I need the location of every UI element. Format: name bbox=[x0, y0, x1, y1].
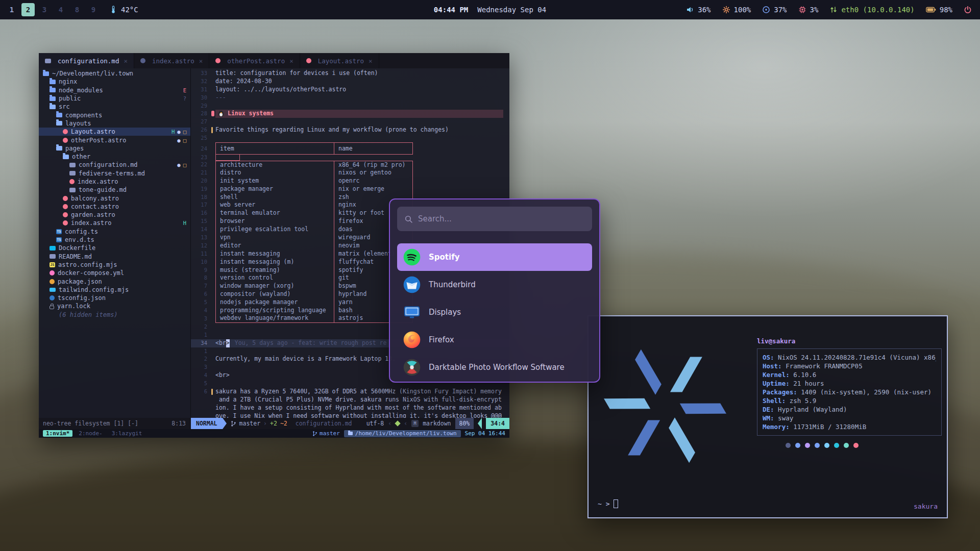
workspace-button[interactable]: 1 bbox=[5, 3, 18, 16]
close-tab-icon[interactable]: × bbox=[289, 57, 293, 65]
tmux-window[interactable]: 1:nvim* bbox=[43, 430, 72, 437]
launcher-item[interactable]: Darktable Photo Workflow Software bbox=[397, 354, 592, 381]
buffer-line[interactable]: 19package managernix or emerge bbox=[191, 185, 509, 193]
tree-item[interactable]: tsconfig.json bbox=[39, 294, 190, 302]
tree-item[interactable]: components bbox=[39, 111, 190, 119]
tree-item[interactable]: configuration.md●□ bbox=[39, 161, 190, 169]
search-input[interactable] bbox=[418, 214, 585, 223]
launcher-item[interactable]: Spotify bbox=[397, 243, 592, 271]
tree-item[interactable]: env.d.ts bbox=[39, 236, 190, 244]
buffer-line[interactable]: ove. I use Nix when I need software with… bbox=[191, 412, 509, 418]
tree-item[interactable]: tone-guide.md bbox=[39, 186, 190, 194]
line-number: 19 bbox=[191, 185, 211, 193]
tree-item[interactable]: index.astro bbox=[39, 178, 190, 186]
buffer-line[interactable]: 23 bbox=[191, 155, 509, 161]
power-button[interactable] bbox=[964, 6, 972, 14]
folder-icon bbox=[56, 113, 62, 117]
fetch-info-line: DE: Hyprland (Wayland) bbox=[763, 405, 936, 414]
launcher-item[interactable]: Firefox bbox=[397, 326, 592, 354]
tree-item[interactable]: docker-compose.yml bbox=[39, 269, 190, 277]
tree-item[interactable]: layouts bbox=[39, 119, 190, 128]
editor-tab[interactable]: configuration.md× bbox=[39, 53, 134, 68]
buffer-line[interactable]: 6sakura has a Ryzen 5 7640U, 32GB of DDR… bbox=[191, 388, 509, 396]
launcher-item[interactable]: Displays bbox=[397, 298, 592, 326]
buffer-line[interactable]: 28Linux systems bbox=[191, 110, 509, 118]
launcher-item[interactable]: Thunderbird bbox=[397, 271, 592, 298]
tree-item[interactable]: Layout.astroH●□ bbox=[39, 128, 190, 136]
volume-module[interactable]: 36% bbox=[686, 6, 710, 14]
editor-tab[interactable]: index.astro× bbox=[134, 53, 209, 68]
tree-item[interactable]: contact.astro bbox=[39, 203, 190, 211]
tree-item[interactable]: ~/Development/liv.town bbox=[39, 69, 190, 78]
buffer-line[interactable]: 26Favorite things regarding Linux and my… bbox=[191, 126, 509, 134]
json-icon bbox=[50, 279, 55, 284]
line-number: 2 bbox=[191, 355, 211, 363]
close-tab-icon[interactable]: × bbox=[369, 57, 373, 65]
tree-item[interactable]: balcony.astro bbox=[39, 194, 190, 202]
line-number: 1 bbox=[191, 347, 211, 356]
table-cell: editor bbox=[215, 242, 334, 250]
tree-item[interactable]: config.ts bbox=[39, 228, 190, 236]
tree-item[interactable]: index.astroH bbox=[39, 219, 190, 227]
tree-item[interactable]: fediverse-terms.md bbox=[39, 169, 190, 178]
shell-prompt[interactable]: ~ > bbox=[598, 499, 618, 508]
tree-item-label: tone-guide.md bbox=[79, 186, 127, 193]
displays-icon bbox=[403, 304, 421, 321]
workspace-button[interactable]: 4 bbox=[54, 3, 67, 16]
table-cell: compositor (wayland) bbox=[215, 290, 334, 298]
workspace-button[interactable]: 9 bbox=[87, 3, 100, 16]
search-box[interactable] bbox=[397, 207, 592, 231]
buffer-line[interactable]: 32date: 2024-08-30 bbox=[191, 78, 509, 86]
temperature-module[interactable]: 42°C bbox=[109, 6, 138, 14]
close-tab-icon[interactable]: × bbox=[124, 57, 128, 65]
buffer-line[interactable]: 20init systemopenrc bbox=[191, 177, 509, 185]
tree-item[interactable]: garden.astro bbox=[39, 211, 190, 219]
tmux-window[interactable]: 2:node- bbox=[76, 430, 105, 437]
workspace-button[interactable]: 3 bbox=[38, 3, 51, 16]
tree-item[interactable]: src bbox=[39, 103, 190, 111]
buffer-line[interactable]: 21distronixos or gentoo bbox=[191, 169, 509, 177]
git-branch-icon bbox=[312, 431, 317, 437]
tree-item[interactable]: tailwind.config.mjs bbox=[39, 286, 190, 294]
editor-tab[interactable]: otherPost.astro× bbox=[209, 53, 300, 68]
editor-tab[interactable]: Layout.astro× bbox=[300, 53, 379, 68]
table-separator bbox=[215, 155, 240, 161]
buffer-line[interactable]: 33title: configuration for devices i use… bbox=[191, 69, 509, 78]
tree-item[interactable]: pages bbox=[39, 144, 190, 153]
tree-item[interactable]: package.json bbox=[39, 277, 190, 285]
table-cell: terminal emulator bbox=[215, 209, 334, 217]
cpu-module[interactable]: 3% bbox=[798, 6, 819, 14]
buffer-line[interactable]: 30--- bbox=[191, 94, 509, 102]
tree-item-label: tailwind.config.mjs bbox=[59, 286, 129, 293]
brightness-module[interactable]: 100% bbox=[722, 6, 751, 14]
tree-item[interactable]: Dockerfile bbox=[39, 244, 190, 252]
buffer-line[interactable]: 24itemname bbox=[191, 142, 509, 155]
table-cell: openrc bbox=[334, 177, 413, 185]
tree-item[interactable]: astro.config.mjs bbox=[39, 261, 190, 269]
buffer-line[interactable]: 25 bbox=[191, 134, 509, 142]
astro-icon bbox=[69, 179, 75, 184]
workspace-button[interactable]: 8 bbox=[70, 3, 84, 16]
line-number: 22 bbox=[191, 161, 211, 169]
workspace-button[interactable]: 2 bbox=[21, 3, 35, 16]
tree-item[interactable]: yarn.lock bbox=[39, 302, 190, 310]
disk-module[interactable]: 37% bbox=[762, 6, 787, 14]
tree-item[interactable]: nginx bbox=[39, 78, 190, 86]
tree-item[interactable]: README.md bbox=[39, 253, 190, 261]
cpu-value: 3% bbox=[810, 6, 819, 14]
network-module[interactable]: eth0 (10.0.0.140) bbox=[829, 6, 914, 14]
tree-item[interactable]: public? bbox=[39, 94, 190, 103]
tmux-window[interactable]: 3:lazygit bbox=[109, 430, 145, 437]
tree-item[interactable]: other bbox=[39, 153, 190, 161]
buffer-line[interactable]: 31layout: ../../layouts/otherPost.astro bbox=[191, 86, 509, 94]
tree-item[interactable]: (6 hidden items) bbox=[39, 311, 190, 319]
battery-module[interactable]: 98% bbox=[926, 6, 952, 14]
buffer-line[interactable]: 27 bbox=[191, 118, 509, 126]
buffer-line[interactable]: 22architecturex86_64 (rip m2 pro) bbox=[191, 161, 509, 169]
buffer-line[interactable]: 29 bbox=[191, 102, 509, 110]
close-tab-icon[interactable]: × bbox=[199, 57, 203, 65]
tree-item[interactable]: node_modulesE bbox=[39, 86, 190, 94]
buffer-line[interactable]: ion. I have a setup consisting of Hyprla… bbox=[191, 404, 509, 412]
buffer-line[interactable]: and a 2TB (Crucial P5 Plus) NVMe drive. … bbox=[191, 396, 509, 404]
tree-item[interactable]: otherPost.astro●□ bbox=[39, 136, 190, 144]
